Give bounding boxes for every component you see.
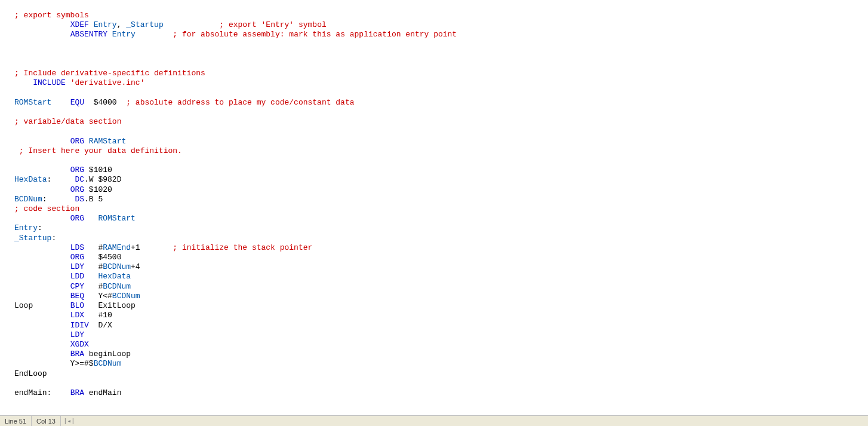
code-token: ; for absolute assembly: mark this as ap… — [173, 30, 457, 39]
code-token: BCDNum — [112, 292, 140, 301]
code-token — [14, 272, 70, 281]
code-token — [84, 214, 98, 223]
code-token: $4000 — [84, 98, 126, 107]
code-editor[interactable]: ; export symbols XDEF Entry, _Startup ; … — [0, 0, 868, 398]
code-token: EQU — [70, 98, 84, 107]
code-line[interactable]: INCLUDE 'derivative.inc' — [14, 78, 868, 88]
code-line[interactable]: ; code section — [14, 204, 868, 214]
code-token: DS — [75, 195, 84, 204]
code-token: ; code section — [14, 204, 79, 213]
code-line[interactable] — [14, 379, 868, 388]
code-token: ; initialize the stack pointer — [173, 243, 312, 252]
code-line[interactable]: CPY #BCDNum — [14, 282, 868, 292]
code-line[interactable]: ; Include derivative-specific definition… — [14, 69, 868, 78]
code-token — [136, 30, 173, 39]
code-token: XDEF — [70, 20, 89, 29]
code-token: RAMStart — [89, 137, 126, 146]
code-line[interactable]: ORG ROMStart — [14, 214, 868, 223]
code-line[interactable]: _Startup: — [14, 234, 868, 243]
code-token: $1020 — [84, 185, 112, 194]
code-line[interactable] — [14, 59, 868, 69]
code-line[interactable]: LDX #10 — [14, 311, 868, 320]
code-token — [14, 243, 70, 252]
code-token: Entry — [14, 223, 38, 232]
code-token — [107, 30, 112, 39]
code-token: endMain — [84, 388, 121, 397]
code-token: ; export symbols — [14, 11, 89, 20]
code-token: LDY — [70, 262, 84, 271]
code-line[interactable]: ORG $1020 — [14, 185, 868, 195]
code-line[interactable]: BEQ Y<#BCDNum — [14, 292, 868, 301]
code-line[interactable]: LDY #BCDNum+4 — [14, 262, 868, 272]
code-token: BCDNum — [14, 195, 42, 204]
code-token: CPY — [70, 282, 84, 291]
code-token: D/X — [89, 321, 112, 330]
code-line[interactable]: BRA beginLoop — [14, 350, 868, 359]
code-token: LDY — [70, 330, 84, 339]
code-token — [84, 137, 89, 146]
code-line[interactable]: ; variable/data section — [14, 117, 868, 127]
code-token — [14, 311, 70, 320]
code-line[interactable] — [14, 40, 868, 50]
code-token — [14, 20, 70, 29]
code-line[interactable]: EndLoop — [14, 369, 868, 379]
code-line[interactable] — [14, 156, 868, 166]
code-token — [14, 166, 70, 174]
code-token: ExitLoop — [84, 301, 136, 310]
code-token: .B 5 — [84, 195, 103, 204]
code-line[interactable]: XDEF Entry, _Startup ; export 'Entry' sy… — [14, 20, 868, 30]
code-line[interactable]: ; Insert here your data definition. — [14, 146, 868, 156]
code-token — [14, 262, 70, 271]
code-line[interactable]: ABSENTRY Entry ; for absolute assembly: … — [14, 30, 868, 39]
code-token: : — [38, 223, 42, 232]
code-token — [14, 321, 70, 330]
code-line[interactable]: IDIV D/X — [14, 321, 868, 330]
code-line[interactable] — [14, 127, 868, 136]
status-bar: Line 51 Col 13 |◂| — [0, 415, 868, 426]
code-line[interactable]: ROMStart EQU $4000 ; absolute address to… — [14, 98, 868, 108]
code-token: Entry — [94, 20, 117, 29]
code-token — [14, 78, 33, 87]
code-token: ; Insert here your data definition. — [19, 146, 182, 155]
code-token: _Startup — [126, 20, 163, 29]
code-token — [14, 340, 70, 349]
code-line[interactable]: HexData: DC.W $982D — [14, 175, 868, 185]
code-token — [14, 137, 70, 146]
code-token: Y>=#$ — [14, 359, 94, 368]
horizontal-scroll-left-icon[interactable]: |◂| — [61, 417, 78, 425]
code-token: ORG — [70, 166, 84, 174]
code-token — [164, 20, 220, 29]
code-token: : — [47, 175, 75, 184]
code-line[interactable]: LDD HexData — [14, 272, 868, 281]
code-line[interactable] — [14, 88, 868, 98]
code-token — [89, 20, 94, 29]
code-line[interactable]: endMain: BRA endMain — [14, 388, 868, 398]
code-line[interactable]: LDY — [14, 330, 868, 340]
code-token: $1010 — [84, 166, 112, 174]
code-line[interactable]: BCDNum: DS.B 5 — [14, 195, 868, 204]
code-line[interactable]: ORG $4500 — [14, 253, 868, 262]
code-line[interactable]: Y>=#$BCDNum — [14, 359, 868, 369]
code-line[interactable] — [14, 50, 868, 59]
code-token: BCDNum — [103, 282, 131, 291]
code-line[interactable]: ; export symbols — [14, 11, 868, 20]
code-token: BRA — [70, 350, 84, 358]
code-token: RAMEnd — [103, 243, 131, 252]
code-line[interactable]: Loop BLO ExitLoop — [14, 301, 868, 311]
code-token — [51, 98, 70, 107]
code-line[interactable]: ORG $1010 — [14, 166, 868, 175]
code-token: BLO — [70, 301, 84, 310]
code-line[interactable]: ORG RAMStart — [14, 137, 868, 146]
code-token: # — [84, 243, 103, 252]
code-token: XGDX — [70, 340, 89, 349]
code-line[interactable]: LDS #RAMEnd+1 ; initialize the stack poi… — [14, 243, 868, 253]
code-token: endMain: — [14, 388, 70, 397]
code-token: , — [117, 20, 127, 29]
code-token: : — [51, 234, 56, 243]
code-token — [14, 146, 19, 155]
code-line[interactable]: XGDX — [14, 340, 868, 350]
code-line[interactable]: Entry: — [14, 223, 868, 233]
code-line[interactable] — [14, 108, 868, 117]
code-token: : — [42, 195, 75, 204]
code-token: ; variable/data section — [14, 117, 121, 126]
